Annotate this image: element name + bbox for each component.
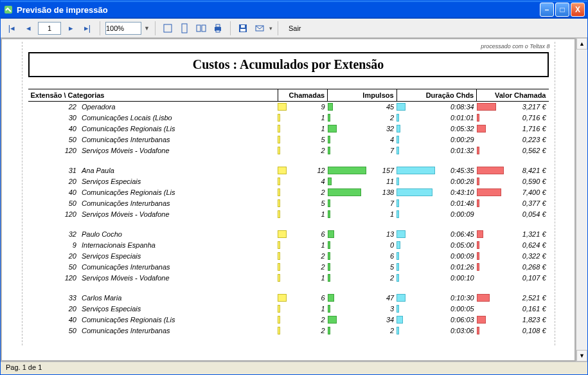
cell-value: 0:00:05 xyxy=(450,305,474,313)
group-spacer xyxy=(28,336,549,345)
row-id: 20 xyxy=(28,251,79,262)
group-name: Paulo Cocho xyxy=(79,229,278,240)
cell-value: 0:00:10 xyxy=(450,274,474,282)
row-name: Internacionais Espanha xyxy=(79,240,278,251)
cell-value: 2 xyxy=(390,327,394,334)
cell-value: 0:10:30 xyxy=(450,294,474,302)
maximize-button[interactable]: □ xyxy=(555,3,569,17)
row-name: Serviços Especiais xyxy=(79,176,278,187)
page-width-button[interactable] xyxy=(177,21,192,35)
row-id: 50 xyxy=(28,134,79,145)
cell-value: 0:01:01 xyxy=(450,114,474,122)
whole-page-button[interactable] xyxy=(161,21,175,35)
cell-value: 6 xyxy=(321,294,325,302)
cell-value: 0:01:32 xyxy=(450,147,474,154)
cell-value: 3 xyxy=(390,305,394,313)
row-id: 50 xyxy=(28,198,79,209)
row-name: Comunicações Regionais (Lis xyxy=(79,123,278,134)
cell-value: 0:00:28 xyxy=(450,178,474,185)
window-title: Previsão de impressão xyxy=(17,5,108,15)
cell-value: 0:43:10 xyxy=(450,188,474,196)
header-chamadas: Chamadas xyxy=(278,89,327,102)
detail-row: 20 Serviços Especiais 1 3 0:00:05 0,161 … xyxy=(28,304,549,315)
save-button[interactable] xyxy=(236,21,250,35)
scroll-down-icon[interactable]: ▼ xyxy=(576,350,587,361)
row-id: 50 xyxy=(28,262,79,273)
cell-value: 0:01:26 xyxy=(450,263,474,271)
two-pages-button[interactable] xyxy=(194,21,208,35)
vertical-scrollbar[interactable]: ▲ ▼ xyxy=(576,38,587,361)
cell-value: 157 xyxy=(382,167,394,174)
cell-value: 11 xyxy=(386,178,394,185)
cell-value: 12 xyxy=(317,167,325,174)
group-row: 33 Carlos Maria 6 47 0:10:30 2,521 € xyxy=(28,293,549,304)
row-id: 20 xyxy=(28,176,79,187)
row-id: 30 xyxy=(28,113,79,123)
next-page-button[interactable]: ▸ xyxy=(64,21,78,35)
cell-value: 3,217 € xyxy=(522,103,546,111)
header-ext-cat: Extensão \ Categorias xyxy=(28,89,278,102)
cell-value: 1 xyxy=(390,210,394,218)
group-id: 33 xyxy=(28,293,79,304)
row-id: 40 xyxy=(28,187,79,198)
scroll-track[interactable] xyxy=(576,50,587,350)
cell-value: 2,521 € xyxy=(522,294,546,302)
dropdown-icon[interactable]: ▼ xyxy=(144,25,150,32)
svg-rect-7 xyxy=(216,30,220,32)
svg-rect-10 xyxy=(240,29,245,32)
row-name: Comunicações Regionais (Lis xyxy=(79,187,278,198)
page-viewport[interactable]: processado com o Teltax 8 Custos : Acumu… xyxy=(2,39,575,360)
group-name: Operadora xyxy=(79,102,278,113)
group-id: 31 xyxy=(28,165,79,176)
print-button[interactable] xyxy=(211,21,225,35)
cell-value: 0:01:48 xyxy=(450,199,474,207)
cell-value: 7 xyxy=(390,147,394,154)
svg-rect-2 xyxy=(182,24,187,33)
row-id: 20 xyxy=(28,304,79,315)
cell-value: 4 xyxy=(390,136,394,143)
page-indicator: Pag. 1 de 1 xyxy=(6,363,42,371)
close-button[interactable]: X xyxy=(571,3,585,17)
row-name: Serviços Especiais xyxy=(79,304,278,315)
detail-row: 30 Comunicações Locais (Lisbo 1 2 0:01:0… xyxy=(28,113,549,123)
row-id: 120 xyxy=(28,145,79,156)
prev-page-button[interactable]: ◂ xyxy=(21,21,35,35)
client-area: processado com o Teltax 8 Custos : Acumu… xyxy=(1,38,587,361)
email-dropdown-icon[interactable]: ▾ xyxy=(269,25,272,32)
detail-row: 120 Serviços Móveis - Vodafone 1 2 0:00:… xyxy=(28,273,549,284)
row-name: Comunicações Locais (Lisbo xyxy=(79,113,278,123)
row-id: 40 xyxy=(28,123,79,134)
cell-value: 13 xyxy=(386,230,394,238)
page-number-input[interactable] xyxy=(38,22,61,35)
scroll-up-icon[interactable]: ▲ xyxy=(576,38,587,50)
svg-rect-4 xyxy=(202,25,206,32)
cell-value: 2 xyxy=(390,114,394,122)
row-id: 50 xyxy=(28,325,79,336)
cell-value: 0:00:09 xyxy=(450,210,474,218)
last-page-button[interactable]: ▸| xyxy=(80,21,94,35)
cell-value: 0 xyxy=(390,241,394,249)
cell-value: 5 xyxy=(390,263,394,271)
detail-row: 40 Comunicações Regionais (Lis 2 138 0:4… xyxy=(28,187,549,198)
first-page-button[interactable]: |◂ xyxy=(4,21,19,35)
exit-button[interactable]: Sair xyxy=(283,23,307,33)
zoom-select[interactable] xyxy=(105,22,141,35)
row-name: Serviços Móveis - Vodafone xyxy=(79,209,278,220)
report-page: processado com o Teltax 8 Custos : Acumu… xyxy=(22,42,555,345)
titlebar: Previsão de impressão － □ X xyxy=(1,1,587,19)
detail-row: 120 Serviços Móveis - Vodafone 2 7 0:01:… xyxy=(28,145,549,156)
group-name: Carlos Maria xyxy=(79,293,278,304)
cell-value: 0:06:03 xyxy=(450,316,474,324)
statusbar: Pag. 1 de 1 xyxy=(1,361,587,374)
cell-value: 0:05:00 xyxy=(450,241,474,249)
cell-value: 8,421 € xyxy=(522,167,546,174)
detail-row: 40 Comunicações Regionais (Lis 2 34 0:06… xyxy=(28,315,549,325)
processed-note: processado com o Teltax 8 xyxy=(481,43,549,50)
minimize-button[interactable]: － xyxy=(540,3,554,17)
svg-rect-1 xyxy=(164,24,172,32)
detail-row: 40 Comunicações Regionais (Lis 1 32 0:05… xyxy=(28,123,549,134)
email-button[interactable] xyxy=(253,21,267,35)
detail-row: 9 Internacionais Espanha 1 0 0:05:00 0,6… xyxy=(28,240,549,251)
report-table: Extensão \ Categorias Chamadas Impulsos … xyxy=(28,89,549,345)
row-name: Comunicações Regionais (Lis xyxy=(79,315,278,325)
